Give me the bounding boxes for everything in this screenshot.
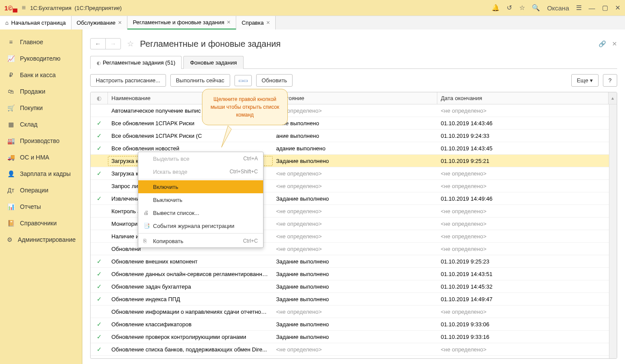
sidebar-item[interactable]: ⚙Администрирование xyxy=(0,231,82,248)
sidebar-item[interactable]: ₽Банк и касса xyxy=(0,67,82,83)
toolbar: Настроить расписание... Выполнить сейчас… xyxy=(90,69,617,92)
row-state: Задание выполнено xyxy=(273,334,437,340)
view-icon-button[interactable]: ▭▭ xyxy=(234,75,252,86)
tab-close-icon[interactable]: ✕ xyxy=(266,20,270,26)
row-state: <не определено> xyxy=(273,233,437,240)
column-status-icon[interactable]: ◐ xyxy=(91,92,108,104)
sidebar-item[interactable]: 🚚ОС и НМА xyxy=(0,149,82,166)
bell-icon[interactable]: 🔔 xyxy=(492,4,500,12)
titlebar: 1©▄ ≡ 1С:Бухгалтерия (1С:Предприятие) 🔔 … xyxy=(0,0,625,16)
row-name: Обновление данных онлайн-сервисов реглам… xyxy=(108,271,273,277)
row-state: Задание выполнено xyxy=(273,258,437,265)
nav-forward-button[interactable]: → xyxy=(106,39,120,49)
tab[interactable]: Регламентные и фоновые задания✕ xyxy=(127,16,236,29)
row-check-icon: ✓ xyxy=(91,283,108,290)
table-row[interactable]: ✓Обработка ответов ЕГАИСЗадание выполнен… xyxy=(91,356,617,358)
nav-icon: 🏭 xyxy=(7,137,15,145)
context-menu-item[interactable]: Включить xyxy=(138,180,263,193)
row-date: <не определено> xyxy=(437,183,617,189)
table-row[interactable]: ✓Обновление проверок контролирующими орг… xyxy=(91,331,617,343)
table-row[interactable]: ✓Обновление внешних компонентЗадание вып… xyxy=(91,255,617,268)
row-state: Задание выполнено xyxy=(273,283,437,290)
menu-item-label: Выключить xyxy=(153,197,258,203)
schedule-button[interactable]: Настроить расписание... xyxy=(90,74,166,87)
help-button[interactable]: ? xyxy=(603,74,617,87)
table-row[interactable]: ✓Обновление списка банков, поддерживающи… xyxy=(91,343,617,356)
page-close-button[interactable]: ✕ xyxy=(612,40,617,47)
row-name: Обновление классификаторов xyxy=(108,321,273,328)
run-now-button[interactable]: Выполнить сейчас xyxy=(170,74,230,87)
nav-icon: ⚙ xyxy=(7,236,13,244)
context-menu-item[interactable]: ⎘КопироватьCtrl+C xyxy=(138,234,263,247)
menu-divider xyxy=(138,233,263,234)
favorite-icon[interactable]: ☆ xyxy=(127,39,134,49)
user-label[interactable]: Оксана xyxy=(547,4,569,12)
row-state: <не определено> xyxy=(273,208,437,214)
tab-home[interactable]: ⌂ Начальная страница xyxy=(0,16,72,29)
nav-icon: 📈 xyxy=(7,55,15,62)
nav-icon: ₽ xyxy=(7,71,15,79)
context-menu-item[interactable]: 🖨Вывести список... xyxy=(138,206,263,219)
nav-icon: 🛍 xyxy=(7,88,15,95)
row-name: Все обновления 1СПАРК Риски (С xyxy=(108,133,273,139)
tab[interactable]: Справка✕ xyxy=(236,16,276,29)
nav-icon: 🛒 xyxy=(7,104,15,112)
table-row[interactable]: ✓Обновление задач бухгалтераЗадание выпо… xyxy=(91,280,617,293)
search-icon[interactable]: 🔍 xyxy=(532,4,540,12)
row-check-icon: ✓ xyxy=(91,170,108,177)
context-menu-item[interactable]: 📑События журнала регистрации xyxy=(138,219,263,232)
hamburger-icon[interactable]: ≡ xyxy=(22,4,26,12)
table-row[interactable]: ✓Обновление данных онлайн-сервисов регла… xyxy=(91,268,617,280)
sidebar-item-label: Склад xyxy=(20,121,38,128)
column-state[interactable]: Состояние xyxy=(273,92,437,104)
titlebar-actions: 🔔 ↺ ☆ 🔍 Оксана ☰ — ▢ ✕ xyxy=(492,4,621,12)
table-row[interactable]: ✓Все обновления 1СПАРК Рискиание выполне… xyxy=(91,117,617,130)
tab-close-icon[interactable]: ✕ xyxy=(227,20,231,25)
row-state: <не определено> xyxy=(273,170,437,177)
sidebar-item[interactable]: 📈Руководителю xyxy=(0,50,82,67)
sidebar-item[interactable]: ≡Главное xyxy=(0,34,82,50)
sidebar-item[interactable]: 📔Справочники xyxy=(0,215,82,231)
row-state: Задание выполнено xyxy=(273,271,437,277)
more-button[interactable]: Еще ▾ xyxy=(571,74,599,87)
history-icon[interactable]: ↺ xyxy=(507,4,512,12)
tab-close-icon[interactable]: ✕ xyxy=(118,20,122,26)
menu-item-shortcut: Ctrl+Shift+C xyxy=(230,169,258,175)
scrollbar[interactable] xyxy=(609,104,617,358)
column-date[interactable]: Дата окончания xyxy=(437,92,608,104)
subtab[interactable]: ◐Регламентные задания (51) xyxy=(90,56,182,69)
star-icon[interactable]: ☆ xyxy=(519,4,525,12)
sidebar-item[interactable]: 👤Зарплата и кадры xyxy=(0,166,82,182)
nav-icon: 🚚 xyxy=(7,153,15,161)
context-menu-item[interactable]: Выключить xyxy=(138,193,263,206)
maximize-button[interactable]: ▢ xyxy=(602,4,608,12)
sidebar-item[interactable]: ▦Склад xyxy=(0,116,82,133)
close-button[interactable]: ✕ xyxy=(615,4,621,12)
row-date: <не определено> xyxy=(437,221,617,227)
link-icon[interactable]: 🔗 xyxy=(599,40,606,47)
sidebar-item[interactable]: 🛍Продажи xyxy=(0,83,82,100)
sidebar-item[interactable]: 🛒Покупки xyxy=(0,100,82,116)
row-date: 01.10.2019 9:25:21 xyxy=(437,158,617,164)
row-state: <не определено> xyxy=(273,221,437,227)
row-check-icon: ✓ xyxy=(91,321,108,328)
table-row[interactable]: ✓Обновление индекса ППДЗадание выполнено… xyxy=(91,293,617,306)
table-row[interactable]: ✓Все обновления 1СПАРК Риски (Сание выпо… xyxy=(91,130,617,142)
settings-icon[interactable]: ☰ xyxy=(576,4,582,12)
refresh-button[interactable]: Обновить xyxy=(256,74,293,87)
row-date: 01.10.2019 9:25:23 xyxy=(437,258,617,265)
menu-item-icon: 📑 xyxy=(143,223,153,229)
sidebar-item[interactable]: 📊Отчеты xyxy=(0,198,82,215)
tab[interactable]: Обслуживание✕ xyxy=(72,16,128,29)
sidebar-item[interactable]: ДтОперации xyxy=(0,182,82,198)
sidebar-item-label: Зарплата и кадры xyxy=(20,170,71,177)
nav-back-button[interactable]: ← xyxy=(91,39,106,49)
minimize-button[interactable]: — xyxy=(589,4,595,12)
table-row[interactable]: ✓Обновление классификаторовЗадание выпол… xyxy=(91,318,617,331)
table-row[interactable]: Обновление информации о направлениях сда… xyxy=(91,306,617,318)
scroll-up[interactable]: ▲ xyxy=(608,92,617,104)
table-row[interactable]: Автоматическое получение выпис<не опреде… xyxy=(91,104,617,117)
sidebar-item[interactable]: 🏭Производство xyxy=(0,133,82,149)
subtab[interactable]: Фоновые задания xyxy=(183,56,243,69)
row-state: Задание выполнено xyxy=(273,296,437,302)
